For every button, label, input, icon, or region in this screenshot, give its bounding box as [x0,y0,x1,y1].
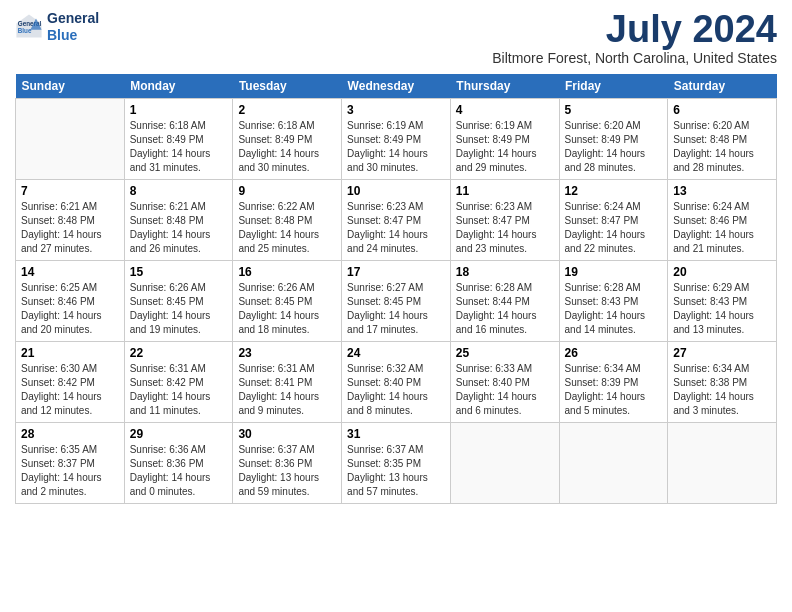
cell-content: Sunrise: 6:22 AMSunset: 8:48 PMDaylight:… [238,200,336,256]
day-number: 12 [565,184,663,198]
day-number: 5 [565,103,663,117]
day-number: 25 [456,346,554,360]
cell-content: Sunrise: 6:18 AMSunset: 8:49 PMDaylight:… [238,119,336,175]
calendar-cell: 22Sunrise: 6:31 AMSunset: 8:42 PMDayligh… [124,342,233,423]
location-subtitle: Biltmore Forest, North Carolina, United … [15,50,777,66]
calendar-cell: 11Sunrise: 6:23 AMSunset: 8:47 PMDayligh… [450,180,559,261]
day-number: 30 [238,427,336,441]
cell-content: Sunrise: 6:26 AMSunset: 8:45 PMDaylight:… [130,281,228,337]
calendar-cell: 29Sunrise: 6:36 AMSunset: 8:36 PMDayligh… [124,423,233,504]
cell-content: Sunrise: 6:20 AMSunset: 8:49 PMDaylight:… [565,119,663,175]
cell-content: Sunrise: 6:20 AMSunset: 8:48 PMDaylight:… [673,119,771,175]
calendar-cell: 15Sunrise: 6:26 AMSunset: 8:45 PMDayligh… [124,261,233,342]
cell-content: Sunrise: 6:34 AMSunset: 8:38 PMDaylight:… [673,362,771,418]
day-number: 4 [456,103,554,117]
calendar-cell: 18Sunrise: 6:28 AMSunset: 8:44 PMDayligh… [450,261,559,342]
day-number: 21 [21,346,119,360]
calendar-cell: 24Sunrise: 6:32 AMSunset: 8:40 PMDayligh… [342,342,451,423]
calendar-cell: 5Sunrise: 6:20 AMSunset: 8:49 PMDaylight… [559,99,668,180]
logo-general: General [47,10,99,27]
calendar-cell: 19Sunrise: 6:28 AMSunset: 8:43 PMDayligh… [559,261,668,342]
day-number: 23 [238,346,336,360]
calendar-cell: 3Sunrise: 6:19 AMSunset: 8:49 PMDaylight… [342,99,451,180]
day-number: 17 [347,265,445,279]
cell-content: Sunrise: 6:33 AMSunset: 8:40 PMDaylight:… [456,362,554,418]
header-saturday: Saturday [668,74,777,99]
calendar-cell: 12Sunrise: 6:24 AMSunset: 8:47 PMDayligh… [559,180,668,261]
day-number: 29 [130,427,228,441]
day-number: 15 [130,265,228,279]
calendar-cell: 13Sunrise: 6:24 AMSunset: 8:46 PMDayligh… [668,180,777,261]
calendar-table: SundayMondayTuesdayWednesdayThursdayFrid… [15,74,777,504]
cell-content: Sunrise: 6:31 AMSunset: 8:42 PMDaylight:… [130,362,228,418]
calendar-cell: 31Sunrise: 6:37 AMSunset: 8:35 PMDayligh… [342,423,451,504]
page-header: General Blue General Blue July 2024 [15,10,777,48]
calendar-cell: 9Sunrise: 6:22 AMSunset: 8:48 PMDaylight… [233,180,342,261]
calendar-week-5: 28Sunrise: 6:35 AMSunset: 8:37 PMDayligh… [16,423,777,504]
calendar-cell: 1Sunrise: 6:18 AMSunset: 8:49 PMDaylight… [124,99,233,180]
calendar-cell: 4Sunrise: 6:19 AMSunset: 8:49 PMDaylight… [450,99,559,180]
cell-content: Sunrise: 6:26 AMSunset: 8:45 PMDaylight:… [238,281,336,337]
header-monday: Monday [124,74,233,99]
cell-content: Sunrise: 6:32 AMSunset: 8:40 PMDaylight:… [347,362,445,418]
cell-content: Sunrise: 6:30 AMSunset: 8:42 PMDaylight:… [21,362,119,418]
cell-content: Sunrise: 6:19 AMSunset: 8:49 PMDaylight:… [456,119,554,175]
calendar-week-2: 7Sunrise: 6:21 AMSunset: 8:48 PMDaylight… [16,180,777,261]
day-number: 28 [21,427,119,441]
header-wednesday: Wednesday [342,74,451,99]
cell-content: Sunrise: 6:28 AMSunset: 8:44 PMDaylight:… [456,281,554,337]
calendar-header-row: SundayMondayTuesdayWednesdayThursdayFrid… [16,74,777,99]
month-title: July 2024 [606,10,777,48]
calendar-cell [450,423,559,504]
day-number: 3 [347,103,445,117]
calendar-cell: 23Sunrise: 6:31 AMSunset: 8:41 PMDayligh… [233,342,342,423]
calendar-cell [668,423,777,504]
cell-content: Sunrise: 6:27 AMSunset: 8:45 PMDaylight:… [347,281,445,337]
calendar-cell: 25Sunrise: 6:33 AMSunset: 8:40 PMDayligh… [450,342,559,423]
day-number: 11 [456,184,554,198]
cell-content: Sunrise: 6:21 AMSunset: 8:48 PMDaylight:… [21,200,119,256]
day-number: 9 [238,184,336,198]
cell-content: Sunrise: 6:37 AMSunset: 8:35 PMDaylight:… [347,443,445,499]
day-number: 8 [130,184,228,198]
day-number: 27 [673,346,771,360]
header-sunday: Sunday [16,74,125,99]
cell-content: Sunrise: 6:18 AMSunset: 8:49 PMDaylight:… [130,119,228,175]
calendar-cell: 2Sunrise: 6:18 AMSunset: 8:49 PMDaylight… [233,99,342,180]
day-number: 1 [130,103,228,117]
day-number: 10 [347,184,445,198]
day-number: 16 [238,265,336,279]
calendar-cell: 8Sunrise: 6:21 AMSunset: 8:48 PMDaylight… [124,180,233,261]
day-number: 24 [347,346,445,360]
day-number: 14 [21,265,119,279]
cell-content: Sunrise: 6:31 AMSunset: 8:41 PMDaylight:… [238,362,336,418]
calendar-cell: 17Sunrise: 6:27 AMSunset: 8:45 PMDayligh… [342,261,451,342]
calendar-cell: 28Sunrise: 6:35 AMSunset: 8:37 PMDayligh… [16,423,125,504]
calendar-cell: 30Sunrise: 6:37 AMSunset: 8:36 PMDayligh… [233,423,342,504]
cell-content: Sunrise: 6:29 AMSunset: 8:43 PMDaylight:… [673,281,771,337]
day-number: 26 [565,346,663,360]
calendar-cell: 10Sunrise: 6:23 AMSunset: 8:47 PMDayligh… [342,180,451,261]
calendar-week-3: 14Sunrise: 6:25 AMSunset: 8:46 PMDayligh… [16,261,777,342]
cell-content: Sunrise: 6:35 AMSunset: 8:37 PMDaylight:… [21,443,119,499]
cell-content: Sunrise: 6:36 AMSunset: 8:36 PMDaylight:… [130,443,228,499]
cell-content: Sunrise: 6:19 AMSunset: 8:49 PMDaylight:… [347,119,445,175]
calendar-cell: 16Sunrise: 6:26 AMSunset: 8:45 PMDayligh… [233,261,342,342]
cell-content: Sunrise: 6:24 AMSunset: 8:47 PMDaylight:… [565,200,663,256]
cell-content: Sunrise: 6:34 AMSunset: 8:39 PMDaylight:… [565,362,663,418]
title-block: July 2024 [606,10,777,48]
day-number: 13 [673,184,771,198]
calendar-week-1: 1Sunrise: 6:18 AMSunset: 8:49 PMDaylight… [16,99,777,180]
day-number: 6 [673,103,771,117]
day-number: 7 [21,184,119,198]
calendar-cell: 27Sunrise: 6:34 AMSunset: 8:38 PMDayligh… [668,342,777,423]
calendar-week-4: 21Sunrise: 6:30 AMSunset: 8:42 PMDayligh… [16,342,777,423]
calendar-cell: 6Sunrise: 6:20 AMSunset: 8:48 PMDaylight… [668,99,777,180]
day-number: 31 [347,427,445,441]
calendar-cell: 14Sunrise: 6:25 AMSunset: 8:46 PMDayligh… [16,261,125,342]
cell-content: Sunrise: 6:21 AMSunset: 8:48 PMDaylight:… [130,200,228,256]
calendar-cell [559,423,668,504]
logo: General Blue General Blue [15,10,99,44]
day-number: 18 [456,265,554,279]
day-number: 22 [130,346,228,360]
